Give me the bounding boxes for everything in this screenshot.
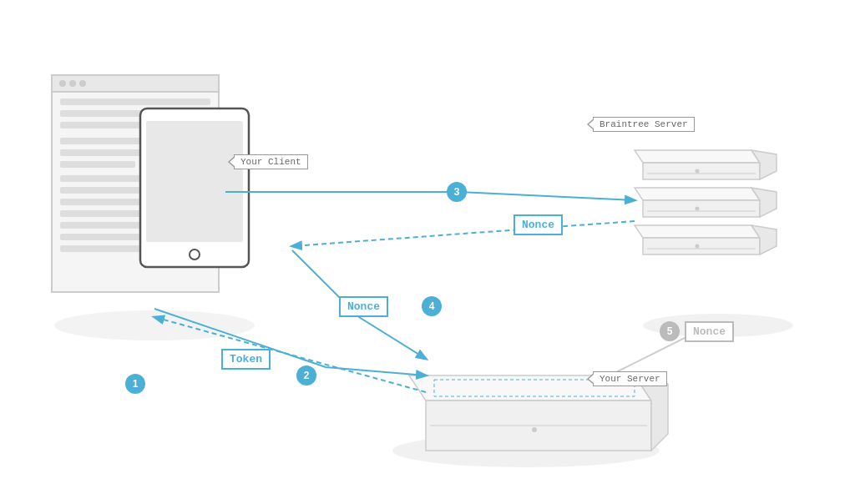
svg-point-27 [69, 80, 76, 87]
step-4-circle: 4 [422, 296, 442, 316]
svg-point-26 [59, 80, 66, 87]
svg-rect-43 [146, 121, 243, 242]
step-5-circle: 5 [660, 321, 680, 341]
step-1-circle: 1 [125, 374, 145, 394]
flow-diagram-svg [0, 0, 855, 504]
nonce-label-3: Nonce [514, 214, 563, 235]
diagram-container: Your Client Braintree Server Your Server… [0, 0, 855, 504]
your-server-label: Your Server [593, 371, 667, 386]
braintree-server-label: Braintree Server [593, 117, 695, 132]
svg-point-13 [696, 169, 700, 174]
step-3-circle: 3 [447, 182, 467, 202]
nonce-label-5: Nonce [685, 321, 734, 342]
svg-marker-10 [643, 163, 760, 179]
svg-point-7 [532, 427, 537, 432]
svg-marker-9 [635, 150, 760, 163]
svg-rect-29 [60, 98, 210, 105]
token-label: Token [221, 349, 271, 370]
svg-point-23 [696, 244, 700, 249]
svg-marker-15 [643, 200, 760, 217]
step-2-circle: 2 [296, 365, 316, 386]
svg-line-46 [292, 221, 635, 246]
your-client-label: Your Client [234, 154, 308, 169]
nonce-label-4: Nonce [339, 296, 388, 317]
svg-rect-34 [60, 161, 135, 168]
svg-rect-39 [60, 222, 152, 229]
svg-point-18 [696, 207, 700, 211]
svg-marker-20 [643, 238, 760, 255]
svg-rect-32 [60, 138, 144, 144]
svg-marker-19 [635, 225, 760, 238]
svg-marker-14 [635, 188, 760, 200]
svg-rect-25 [52, 75, 219, 92]
svg-point-28 [79, 80, 86, 87]
